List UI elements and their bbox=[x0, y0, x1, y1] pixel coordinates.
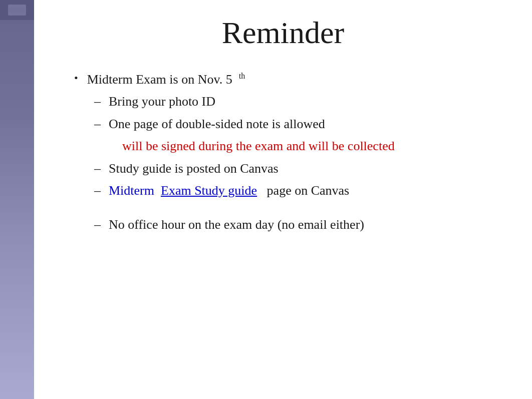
top-left-tab-inner bbox=[8, 5, 26, 16]
bullet-dot: • bbox=[74, 72, 78, 85]
sub-item-bring-id: – Bring your photo ID bbox=[94, 93, 502, 111]
bullet-list: • Midterm Exam is on Nov. 5 th – Bring y… bbox=[74, 71, 502, 234]
sub-item-red-text: will be signed during the exam and will … bbox=[122, 137, 502, 155]
spacer bbox=[94, 204, 502, 216]
left-sidebar bbox=[0, 0, 34, 399]
sub-item-no-office: – No office hour on the exam day (no ema… bbox=[94, 216, 502, 234]
sub-item-study-guide: – Study guide is posted on Canvas bbox=[94, 160, 502, 178]
content-area: • Midterm Exam is on Nov. 5 th – Bring y… bbox=[64, 71, 502, 234]
midterm-link[interactable]: Midterm bbox=[109, 183, 154, 198]
main-content: Reminder • Midterm Exam is on Nov. 5 th … bbox=[34, 0, 532, 399]
dash-midterm-link: – bbox=[94, 182, 101, 200]
midterm-link-text: Midterm Exam Study guide page on Canvas bbox=[109, 182, 349, 200]
dash-one-page: – bbox=[94, 115, 101, 133]
superscript-th: th bbox=[239, 72, 245, 80]
no-office-text: No office hour on the exam day (no email… bbox=[109, 216, 364, 234]
sub-item-midterm-link: – Midterm Exam Study guide page on Canva… bbox=[94, 182, 502, 200]
dash-no-office: – bbox=[94, 216, 101, 234]
dash-study-guide: – bbox=[94, 160, 101, 178]
list-item-midterm: • Midterm Exam is on Nov. 5 th bbox=[74, 71, 502, 89]
study-guide-text: Study guide is posted on Canvas bbox=[109, 160, 279, 178]
dash-bring-id: – bbox=[94, 93, 101, 111]
top-left-tab bbox=[0, 0, 34, 20]
red-continuation-text: will be signed during the exam and will … bbox=[122, 137, 395, 155]
sub-item-one-page: – One page of double-sided note is allow… bbox=[94, 115, 502, 133]
one-page-text: One page of double-sided note is allowed bbox=[109, 115, 325, 133]
one-page-main: One page of double-sided note is allowed bbox=[109, 117, 325, 131]
page-on-canvas-text: page on Canvas bbox=[267, 183, 350, 198]
bring-id-text: Bring your photo ID bbox=[109, 93, 215, 111]
sub-list: – Bring your photo ID – One page of doub… bbox=[94, 93, 502, 234]
slide-title: Reminder bbox=[64, 15, 502, 51]
midterm-exam-text: Midterm Exam is on Nov. 5 th bbox=[87, 71, 245, 89]
exam-study-guide-link[interactable]: Exam Study guide bbox=[161, 183, 257, 198]
slide-container: Reminder • Midterm Exam is on Nov. 5 th … bbox=[0, 0, 532, 399]
